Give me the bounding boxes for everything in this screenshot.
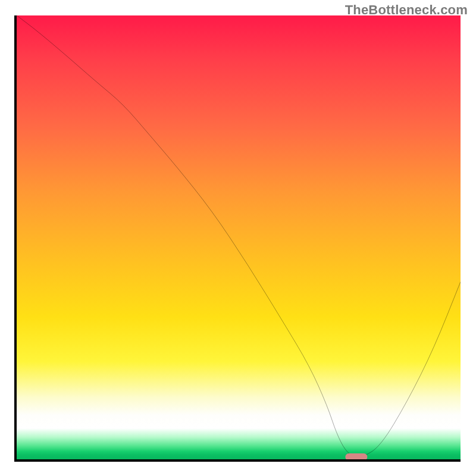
- plot-area: [14, 15, 461, 462]
- curve-svg: [17, 15, 461, 459]
- optimal-marker: [345, 453, 367, 461]
- bottleneck-curve: [17, 15, 461, 457]
- watermark-text: TheBottleneck.com: [345, 2, 468, 18]
- figure-container: TheBottleneck.com: [0, 0, 476, 476]
